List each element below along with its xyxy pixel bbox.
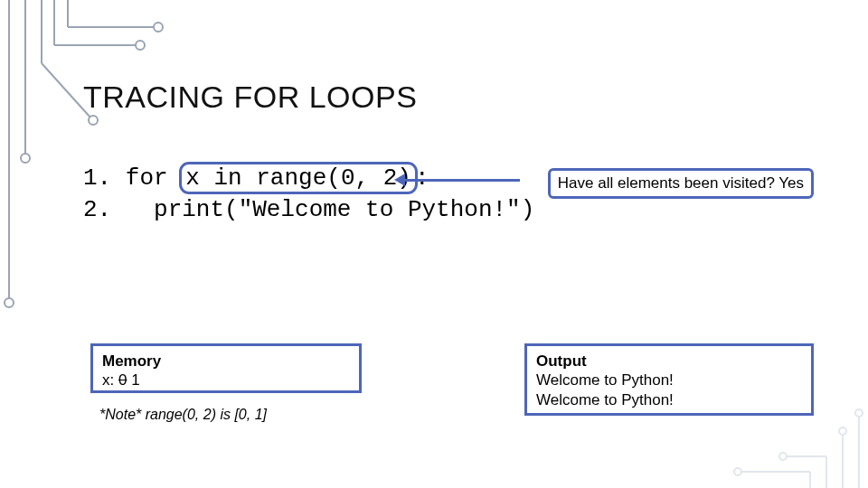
svg-point-3 [21, 154, 30, 163]
output-box: Output Welcome to Python! Welcome to Pyt… [524, 343, 814, 416]
footnote: *Note* range(0, 2) is [0, 1] [99, 407, 267, 423]
circuit-decoration-bottom [723, 407, 868, 488]
memory-heading: Memory [102, 352, 161, 370]
svg-point-14 [855, 409, 863, 417]
page-title: TRACING FOR LOOPS [83, 80, 417, 115]
loop-header-highlight: x in range(0, 2) [182, 164, 415, 192]
memory-struck-value: 0 [118, 371, 127, 389]
svg-point-9 [136, 41, 145, 50]
svg-point-6 [89, 116, 98, 125]
svg-point-1 [5, 298, 14, 307]
colon: : [415, 164, 429, 192]
circuit-decoration-top [0, 0, 172, 316]
callout-arrow-head [394, 174, 405, 186]
output-line-1: Welcome to Python! [536, 371, 802, 389]
code-block: 1. for x in range(0, 2): 2. print("Welco… [83, 163, 534, 226]
callout-arrow-line [398, 179, 520, 182]
callout-box: Have all elements been visited? Yes [548, 168, 814, 199]
slide: TRACING FOR LOOPS 1. for x in range(0, 2… [0, 0, 868, 488]
code-line-2: 2. print("Welcome to Python!") [83, 194, 534, 226]
memory-box: Memory x: 0 1 [90, 343, 362, 393]
loop-body: print("Welcome to Python!") [126, 196, 534, 223]
line-number-1: 1. [83, 164, 111, 192]
memory-var-label: x: [102, 371, 114, 389]
for-keyword: for [126, 164, 168, 192]
memory-current-value: 1 [131, 371, 139, 389]
svg-point-22 [734, 468, 741, 475]
svg-point-16 [839, 427, 846, 435]
svg-point-19 [779, 453, 787, 460]
line-number-2: 2. [83, 196, 111, 223]
output-heading: Output [536, 352, 587, 370]
svg-point-12 [154, 23, 163, 32]
